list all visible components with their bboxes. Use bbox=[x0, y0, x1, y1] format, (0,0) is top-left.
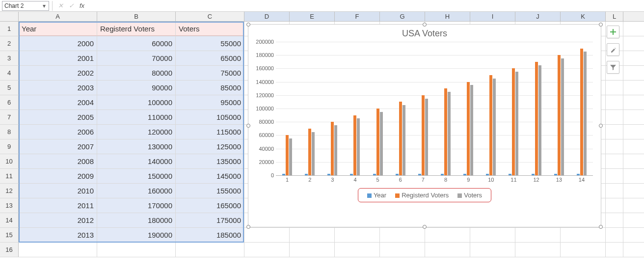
cell[interactable]: 60000 bbox=[97, 36, 176, 51]
col-header[interactable]: K bbox=[561, 12, 606, 21]
cell[interactable]: 145000 bbox=[176, 169, 244, 183]
cell[interactable] bbox=[335, 228, 380, 242]
cell[interactable] bbox=[561, 228, 606, 242]
cell[interactable] bbox=[606, 139, 623, 154]
cell[interactable]: 55000 bbox=[176, 36, 244, 51]
row-header[interactable]: 14 bbox=[0, 213, 19, 227]
col-header[interactable]: H bbox=[425, 12, 470, 21]
cell[interactable]: 2013 bbox=[19, 228, 97, 242]
cell[interactable] bbox=[425, 228, 470, 242]
cell[interactable]: 130000 bbox=[97, 139, 176, 154]
chart-object[interactable]: USA Voters 02000040000600008000010000012… bbox=[248, 24, 601, 227]
cell[interactable] bbox=[606, 198, 623, 213]
cell[interactable] bbox=[97, 243, 176, 257]
cell[interactable]: 75000 bbox=[176, 66, 244, 80]
row-header[interactable]: 9 bbox=[0, 139, 19, 154]
cell[interactable] bbox=[606, 213, 623, 227]
cell[interactable] bbox=[290, 228, 335, 242]
resize-handle[interactable] bbox=[599, 225, 603, 229]
col-header[interactable]: I bbox=[470, 12, 515, 21]
cell[interactable]: 170000 bbox=[97, 198, 176, 213]
cell[interactable] bbox=[380, 228, 425, 242]
funnel-icon[interactable] bbox=[607, 61, 619, 74]
row-header[interactable]: 11 bbox=[0, 169, 19, 183]
row-header[interactable]: 10 bbox=[0, 154, 19, 168]
cell[interactable] bbox=[606, 154, 623, 168]
col-header[interactable]: G bbox=[380, 12, 425, 21]
chevron-down-icon[interactable]: ▾ bbox=[41, 2, 48, 9]
cell[interactable]: Year bbox=[19, 22, 97, 36]
col-header[interactable]: D bbox=[244, 12, 290, 21]
cell[interactable] bbox=[606, 228, 623, 242]
cell[interactable]: 2009 bbox=[19, 169, 97, 183]
row-header[interactable]: 5 bbox=[0, 81, 19, 95]
col-header[interactable]: E bbox=[290, 12, 335, 21]
cell[interactable]: Registerd Voters bbox=[97, 22, 176, 36]
cell[interactable] bbox=[606, 169, 623, 183]
row-header[interactable]: 3 bbox=[0, 51, 19, 65]
cell[interactable]: 80000 bbox=[97, 66, 176, 80]
name-box[interactable]: Chart 2 ▾ bbox=[2, 1, 49, 11]
cell[interactable] bbox=[470, 228, 515, 242]
cell[interactable]: Voters bbox=[176, 22, 244, 36]
cell[interactable]: 175000 bbox=[176, 213, 244, 227]
cell[interactable] bbox=[515, 228, 561, 242]
cell[interactable]: 135000 bbox=[176, 154, 244, 168]
row-header[interactable]: 8 bbox=[0, 125, 19, 139]
cell[interactable] bbox=[425, 243, 470, 257]
cell[interactable]: 2003 bbox=[19, 81, 97, 95]
cell[interactable]: 2012 bbox=[19, 213, 97, 227]
resize-handle[interactable] bbox=[599, 124, 603, 128]
confirm-icon[interactable]: ✓ bbox=[66, 1, 76, 11]
cell[interactable]: 2002 bbox=[19, 66, 97, 80]
cell[interactable]: 110000 bbox=[97, 110, 176, 124]
resize-handle[interactable] bbox=[423, 23, 427, 27]
cell[interactable]: 185000 bbox=[176, 228, 244, 242]
cell[interactable]: 2010 bbox=[19, 184, 97, 198]
col-header[interactable]: C bbox=[176, 12, 244, 21]
cell[interactable]: 2000 bbox=[19, 36, 97, 51]
chart-title[interactable]: USA Voters bbox=[248, 25, 601, 40]
cell[interactable]: 70000 bbox=[97, 51, 176, 65]
resize-handle[interactable] bbox=[246, 225, 250, 229]
resize-handle[interactable] bbox=[599, 23, 603, 27]
cell[interactable]: 2008 bbox=[19, 154, 97, 168]
cell[interactable]: 65000 bbox=[176, 51, 244, 65]
brush-icon[interactable] bbox=[607, 43, 619, 56]
fx-icon[interactable]: fx bbox=[77, 1, 87, 11]
cell[interactable] bbox=[606, 110, 623, 124]
cell[interactable]: 85000 bbox=[176, 81, 244, 95]
cell[interactable] bbox=[515, 243, 561, 257]
cell[interactable]: 95000 bbox=[176, 95, 244, 109]
cell[interactable]: 2007 bbox=[19, 139, 97, 154]
row-header[interactable]: 4 bbox=[0, 66, 19, 80]
cell[interactable] bbox=[606, 95, 623, 109]
resize-handle[interactable] bbox=[423, 225, 427, 229]
cell[interactable]: 140000 bbox=[97, 154, 176, 168]
cell[interactable] bbox=[380, 243, 425, 257]
cell[interactable] bbox=[561, 243, 606, 257]
cell[interactable]: 165000 bbox=[176, 198, 244, 213]
cell[interactable]: 2006 bbox=[19, 125, 97, 139]
row-header[interactable]: 12 bbox=[0, 184, 19, 198]
cell[interactable] bbox=[244, 228, 290, 242]
cell[interactable]: 2004 bbox=[19, 95, 97, 109]
cell[interactable]: 105000 bbox=[176, 110, 244, 124]
cell[interactable] bbox=[19, 243, 97, 257]
cell[interactable]: 150000 bbox=[97, 169, 176, 183]
cell[interactable]: 2011 bbox=[19, 198, 97, 213]
plus-icon[interactable] bbox=[607, 26, 619, 38]
resize-handle[interactable] bbox=[246, 124, 250, 128]
row-header[interactable]: 7 bbox=[0, 110, 19, 124]
chart-legend[interactable]: Year Registerd Voters Voters bbox=[358, 188, 491, 202]
row-header[interactable]: 6 bbox=[0, 95, 19, 109]
col-header[interactable]: B bbox=[97, 12, 176, 21]
cell[interactable]: 180000 bbox=[97, 213, 176, 227]
col-header[interactable]: F bbox=[335, 12, 380, 21]
cell[interactable] bbox=[606, 125, 623, 139]
cell[interactable]: 100000 bbox=[97, 95, 176, 109]
row-header[interactable]: 15 bbox=[0, 228, 19, 242]
col-header[interactable]: L bbox=[606, 12, 623, 21]
cell[interactable]: 2001 bbox=[19, 51, 97, 65]
cell[interactable] bbox=[606, 243, 623, 257]
